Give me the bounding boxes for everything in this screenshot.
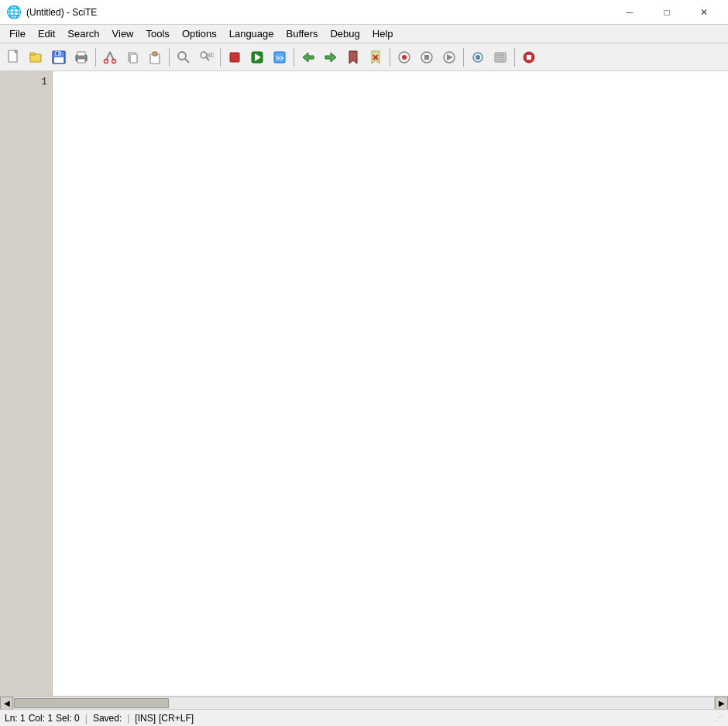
macro-record-button[interactable] <box>393 46 415 68</box>
find-button[interactable] <box>173 46 194 68</box>
next-bookmark-button[interactable] <box>320 46 342 68</box>
macro-stop-icon <box>419 50 434 65</box>
run-icon <box>249 50 265 65</box>
svg-point-14 <box>105 59 108 63</box>
svg-point-22 <box>201 52 207 58</box>
resize-grip: ⋰ <box>716 714 723 722</box>
toolbar-sep-6 <box>463 48 464 67</box>
svg-rect-9 <box>77 52 85 56</box>
status-eol: [CR+LF] <box>159 713 194 724</box>
svg-line-21 <box>185 59 189 63</box>
svg-rect-7 <box>57 52 58 55</box>
macro-record-icon <box>397 50 412 65</box>
svg-marker-32 <box>349 51 357 64</box>
toolbar: ab >> <box>0 43 728 71</box>
svg-point-37 <box>402 55 407 60</box>
svg-point-15 <box>112 59 116 63</box>
status-ln: Ln: 1 <box>5 713 26 724</box>
macro-play-icon <box>441 50 457 65</box>
svg-rect-39 <box>424 55 429 60</box>
menu-edit[interactable]: Edit <box>32 26 61 43</box>
macro-stop-button[interactable] <box>416 46 438 68</box>
svg-text:>>: >> <box>276 54 284 62</box>
view-output-button[interactable] <box>467 46 489 68</box>
findreplace-button[interactable]: ab <box>195 46 217 68</box>
toolbar-sep-3 <box>220 48 221 67</box>
menu-file[interactable]: File <box>3 26 32 43</box>
new-button[interactable] <box>3 46 25 68</box>
save-button[interactable] <box>48 46 70 68</box>
main-area: 1 <box>0 71 728 696</box>
toolbar-sep-4 <box>294 48 294 67</box>
menu-language[interactable]: Language <box>223 26 280 43</box>
status-saved: Saved: <box>93 713 122 724</box>
line-number: 1 <box>0 74 52 88</box>
stop-icon <box>227 50 242 65</box>
titlebar-controls: ─ □ ✕ <box>612 1 722 24</box>
clear-bookmarks-button[interactable] <box>365 46 386 68</box>
svg-rect-10 <box>77 59 85 63</box>
titlebar: 🌐 (Untitled) - SciTE ─ □ ✕ <box>0 0 728 25</box>
debug-stop-button[interactable] <box>518 46 540 68</box>
editor-area <box>53 71 728 696</box>
copy-icon <box>125 50 140 65</box>
app-icon: 🌐 <box>6 5 22 19</box>
view-fold-icon <box>493 50 508 65</box>
clear-bookmarks-icon <box>368 50 383 65</box>
prev-bookmark-button[interactable] <box>297 46 319 68</box>
svg-marker-41 <box>447 54 453 60</box>
print-button[interactable] <box>70 46 92 68</box>
open-button[interactable] <box>26 46 47 68</box>
print-icon <box>74 50 89 65</box>
findreplace-icon: ab <box>198 50 214 65</box>
window-title: (Untitled) - SciTE <box>26 7 97 18</box>
svg-marker-30 <box>303 53 314 62</box>
svg-rect-17 <box>130 54 137 63</box>
scroll-right-button[interactable]: ▶ <box>715 697 728 710</box>
debug-stop-icon <box>521 50 537 65</box>
status-sep-1: | <box>85 713 88 724</box>
cut-button[interactable] <box>99 46 121 68</box>
svg-rect-6 <box>54 57 64 63</box>
cut-icon <box>102 50 118 65</box>
view-fold-button[interactable] <box>489 46 511 68</box>
minimize-button[interactable]: ─ <box>612 1 647 24</box>
open-icon <box>29 50 44 65</box>
stop-button[interactable] <box>224 46 246 68</box>
scroll-track[interactable] <box>13 697 715 710</box>
run-button[interactable] <box>246 46 268 68</box>
close-button[interactable]: ✕ <box>686 1 722 24</box>
menu-help[interactable]: Help <box>366 26 400 43</box>
status-ins: [INS] <box>135 713 156 724</box>
copy-button[interactable] <box>122 46 143 68</box>
save-icon <box>51 50 67 65</box>
prev-bookmark-icon <box>300 50 316 65</box>
scroll-thumb[interactable] <box>14 698 169 708</box>
toggle-bookmark-icon <box>345 50 361 65</box>
svg-text:ab: ab <box>207 51 214 59</box>
toggle-bookmark-button[interactable] <box>342 46 364 68</box>
svg-rect-11 <box>84 57 86 58</box>
menu-debug[interactable]: Debug <box>324 26 366 43</box>
macro-play-button[interactable] <box>438 46 460 68</box>
menu-options[interactable]: Options <box>176 26 223 43</box>
menu-view[interactable]: View <box>106 26 140 43</box>
menu-tools[interactable]: Tools <box>140 26 176 43</box>
svg-rect-19 <box>153 52 157 56</box>
maximize-button[interactable]: □ <box>649 1 685 24</box>
next-bookmark-icon <box>323 50 338 65</box>
new-icon <box>6 50 22 65</box>
menu-search[interactable]: Search <box>61 26 105 43</box>
paste-button[interactable] <box>144 46 166 68</box>
line-numbers-panel: 1 <box>0 71 53 696</box>
view-output-icon <box>470 50 486 65</box>
paste-icon <box>147 50 163 65</box>
menubar: File Edit Search View Tools Options Lang… <box>0 25 728 43</box>
menu-buffers[interactable]: Buffers <box>280 26 325 43</box>
scroll-left-button[interactable]: ◀ <box>0 697 13 710</box>
compile-icon: >> <box>272 50 287 65</box>
svg-point-43 <box>476 55 480 60</box>
editor-textarea[interactable] <box>53 71 728 696</box>
compile-button[interactable]: >> <box>269 46 290 68</box>
toolbar-sep-5 <box>390 48 390 67</box>
